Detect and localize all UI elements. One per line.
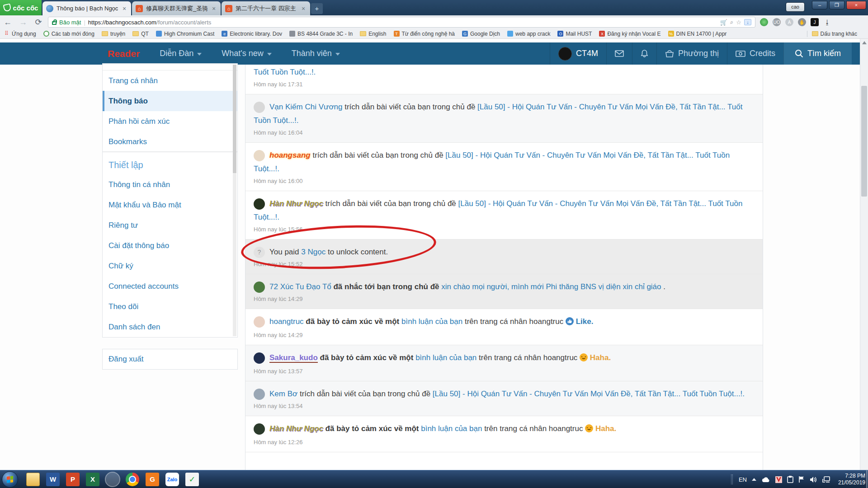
reader-brand-link[interactable]: Reader [108, 48, 140, 59]
search-button[interactable]: Tìm kiếm [783, 42, 852, 65]
bookmark-item[interactable]: web app crack [507, 31, 550, 37]
bookmark-item[interactable]: %DIN EN 14700 | Appr [668, 31, 727, 37]
alert-link[interactable]: Hàn Như Ngọc [269, 199, 323, 208]
checker-taskbar-icon[interactable]: ✓ [185, 473, 199, 486]
sidebar-item-connected-accounts[interactable]: Connected accounts [103, 276, 237, 296]
sidebar-item-mật-khẩu-và-bảo-mật[interactable]: Mật khẩu và Bảo mật [103, 195, 237, 215]
sidebar-item-bookmarks[interactable]: Bookmarks [103, 131, 237, 152]
network-icon[interactable] [822, 476, 830, 483]
credits-link[interactable]: Credits [727, 42, 783, 65]
browser-tab[interactable]: Thông báo | Bạch Ngọc Sá× [42, 1, 131, 15]
alert-link[interactable]: Sakura_kudo [269, 353, 318, 363]
alert-link[interactable]: Tuốt Tuồn Tuột...!. [254, 68, 316, 76]
j-extension-icon[interactable]: J [811, 18, 819, 26]
start-button[interactable] [2, 471, 18, 488]
nav-whats-new-menu[interactable]: What's new [222, 49, 271, 58]
globe-extension-icon[interactable] [760, 18, 768, 26]
bookmark-item[interactable]: BS 4844 Grade 3C - In [289, 31, 353, 37]
shop-link[interactable]: Phường thị [656, 42, 727, 65]
bookmark-item[interactable]: GGoogle Dịch [462, 31, 500, 37]
tab-close-icon[interactable]: × [211, 5, 217, 12]
tab-close-icon[interactable]: × [300, 5, 307, 12]
alert-link[interactable]: Vạn Kiếm Chi Vương [269, 103, 342, 111]
alert-row[interactable]: Tuốt Tuồn Tuột...!. Hôm nay lúc 17:31 [245, 65, 763, 94]
sidebar-scrollbar[interactable] [233, 65, 236, 336]
nav-forum-menu[interactable]: Diễn Đàn [160, 49, 202, 58]
alert-row[interactable]: 72 Xúc Tu Đạo Tổ đã nhắc tới bạn trong c… [245, 274, 763, 309]
inbox-button[interactable] [606, 42, 632, 65]
bookmark-item[interactable]: XĐăng ký nhận Vocal E [599, 31, 660, 37]
explorer-taskbar-icon[interactable] [26, 473, 40, 486]
nav-members-menu[interactable]: Thành viên [292, 49, 340, 58]
alert-link[interactable]: hoangsang [269, 151, 311, 160]
sidebar-item-thông-báo[interactable]: Thông báo [103, 91, 237, 111]
new-tab-button[interactable]: + [311, 3, 323, 14]
action-center-flag-icon[interactable] [798, 476, 805, 483]
bookmark-item[interactable]: TTừ điển công nghệ hà [394, 31, 455, 37]
scroll-up-arrow[interactable] [862, 41, 867, 44]
bookmark-item[interactable]: Các tab mới đóng [43, 31, 94, 37]
volume-icon[interactable] [810, 476, 817, 483]
sidebar-scrollbar-thumb[interactable] [233, 65, 236, 173]
zoom-page-icon[interactable]: ⌕ [730, 19, 733, 26]
downloads-icon[interactable]: ⭳ [823, 18, 831, 26]
language-indicator[interactable]: EN [739, 476, 747, 483]
show-desktop-button[interactable] [866, 470, 868, 488]
browser-tab[interactable]: ⌂修真聊天群无弹窗_圣骑士× [132, 1, 221, 15]
shield-extension-icon[interactable]: UO [773, 18, 781, 26]
alert-row[interactable]: Kem Bơ trích dẫn bài viết của bạn trong … [245, 381, 763, 416]
alert-link[interactable]: [Lầu 50] - Hội Quán Tư Vấn - Chuyên Tư V… [433, 389, 745, 398]
page-scrollbar[interactable] [860, 39, 868, 470]
download-helper-icon[interactable]: ↓ [744, 19, 751, 25]
a-extension-icon[interactable]: A [785, 18, 793, 26]
sidebar-item-danh-sách-đen[interactable]: Danh sách đen [103, 317, 237, 337]
bookmark-item[interactable]: eElectronic library. Dov [222, 31, 282, 37]
logout-button[interactable]: Đăng xuất [102, 349, 238, 370]
alert-row[interactable]: Vạn Kiếm Chi Vương trích dẫn bài viết củ… [245, 94, 763, 143]
cloud-tray-icon[interactable] [761, 477, 770, 483]
bookmark-item[interactable]: English [360, 31, 386, 37]
reload-button[interactable]: ⟳ [31, 17, 46, 27]
clipboard-tray-icon[interactable] [787, 476, 793, 483]
bookmark-item[interactable]: Ứng dụng [4, 31, 36, 37]
alert-link[interactable]: xin chào mọi người, mình mới Phi thăng B… [441, 282, 661, 291]
account-button[interactable]: cao [786, 2, 805, 12]
alert-row[interactable]: Hàn Như Ngọc đã bày tỏ cảm xúc về một bì… [245, 416, 763, 452]
tray-expand-icon[interactable] [752, 478, 756, 481]
bookmark-item[interactable]: truyện [102, 31, 125, 37]
alert-link[interactable]: 72 Xúc Tu Đạo Tổ [269, 282, 331, 291]
tab-close-icon[interactable]: × [121, 5, 127, 12]
word-taskbar-icon[interactable]: W [46, 473, 60, 486]
minimize-button[interactable]: – [812, 1, 827, 9]
alert-link[interactable]: bình luận của bạn [421, 424, 482, 433]
sidebar-item-riêng-tư[interactable]: Riêng tư [103, 215, 237, 235]
v-tray-icon[interactable] [775, 476, 782, 483]
bookmark-other-folder[interactable]: Dấu trang khác [812, 31, 857, 37]
bookmark-item[interactable]: QT [132, 31, 149, 37]
close-button[interactable]: × [846, 1, 866, 9]
hand-extension-icon[interactable]: ✋ [798, 18, 806, 26]
alert-link[interactable]: Hàn Như Ngọc [269, 424, 323, 433]
cart-icon[interactable]: 🛒 [720, 19, 727, 26]
forward-button[interactable]: → [15, 18, 31, 27]
alert-row[interactable]: hoangsang trích dẫn bài viết của bạn tro… [245, 143, 763, 191]
sidebar-item-trang-cá-nhân[interactable]: Trang cá nhân [103, 70, 237, 91]
alert-link[interactable]: Kem Bơ [269, 389, 297, 398]
scrollbar-thumb[interactable] [861, 86, 867, 197]
zalo-taskbar-icon[interactable]: Zalo [165, 473, 179, 486]
sidebar-item-thông-tin-cá-nhân[interactable]: Thông tin cá nhân [103, 174, 237, 195]
maximize-button[interactable]: ❐ [829, 1, 844, 9]
sidebar-item-phản-hồi-cảm-xúc[interactable]: Phản hồi cảm xúc [103, 111, 237, 131]
account-menu[interactable]: CT4M [550, 42, 606, 65]
alert-row[interactable]: hoangtruc đã bày tỏ cảm xúc về một bình … [245, 309, 763, 345]
alert-link[interactable]: hoangtruc [269, 317, 304, 326]
clock[interactable]: 7:28 PM 21/05/2019 [838, 473, 865, 486]
excel-taskbar-icon[interactable]: X [86, 473, 99, 486]
powerpoint-taskbar-icon[interactable]: P [66, 473, 80, 486]
sidebar-item-chữ-ký[interactable]: Chữ ký [103, 256, 237, 276]
browser-tab[interactable]: ⌂第二千六十一章 四宗主× [222, 1, 310, 15]
alerts-button[interactable] [632, 42, 656, 65]
sidebar-item-cài-đặt-thông-báo[interactable]: Cài đặt thông báo [103, 235, 237, 256]
page-url[interactable]: https://bachngocsach.com/forum/account/a… [88, 19, 211, 26]
bookmark-item[interactable]: High Chromium Cast [156, 31, 214, 37]
